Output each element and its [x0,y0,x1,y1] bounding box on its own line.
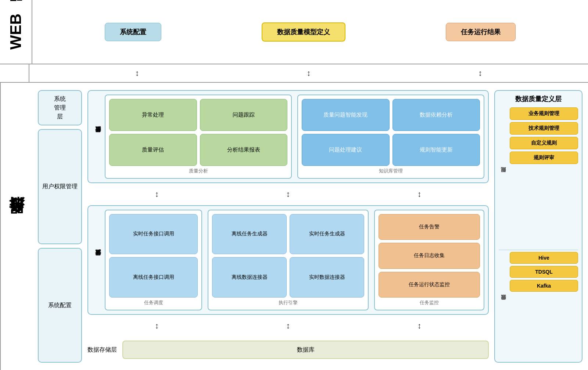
main-container: WEB服务 系统配置 数据质量模型定义 任务运行结果 ↕ ↕ ↕ 后台服务 系统… [0,0,588,370]
layers-area: 数据质量分析层 异常处理 问题跟踪 质量评估 分析结果报表 质量分析 [87,90,489,363]
knowledge-mgmt-subbox: 质量问题智能发现 数据依赖分析 问题处理建议 规则智能更新 知识库管理 [297,95,484,179]
sys-mgmt-title: 系统管理层 [54,96,66,120]
bottom-arrow-row: ↕ ↕ ↕ [87,319,489,333]
web-section: WEB服务 系统配置 数据质量模型定义 任务运行结果 [0,0,588,64]
computation-content: 实时任务接口调用 离线任务接口调用 任务调度 离线任务生成器 实时任务生成器 离… [105,210,484,310]
system-config-box[interactable]: 系统配置 [105,23,161,41]
task-monitor-subbox: 任务告警 任务日志收集 任务运行状态监控 任务监控 [374,210,484,310]
arrow-1: ↕ [135,69,139,77]
backend-section-label: 后台服务 [0,83,32,370]
arrow-row-1: ↕ ↕ ↕ [0,64,588,83]
dq-def-title: 数据质量定义层 [499,95,578,104]
dq-rules-list: 业务规则管理 技术规则管理 自定义规则 规则评审 [510,107,578,245]
arrow-spacer [0,64,29,82]
smart-discovery-cell[interactable]: 质量问题智能发现 [302,99,390,131]
realtime-data-conn-cell[interactable]: 实时数据连接器 [290,257,364,298]
analysis-layer: 数据质量分析层 异常处理 问题跟踪 质量评估 分析结果报表 质量分析 [87,90,489,183]
database-label: 数据库 [297,346,315,354]
task-schedule-grid: 实时任务接口调用 离线任务接口调用 [109,214,198,298]
rules-section-label: 规则配置 [499,107,508,245]
task-monitor-label: 任务监控 [379,299,480,306]
backend-section: 后台服务 系统管理层 用户权限管理 系统配置 数据质量分析层 [0,83,588,370]
arrow-2: ↕ [306,69,311,77]
mid-arrow-1: ↕ [155,190,159,198]
execution-engine-subbox: 离线任务生成器 实时任务生成器 离线数据连接器 实时数据连接器 执行引擎 [208,210,369,310]
task-schedule-label: 任务调度 [109,299,198,306]
exception-handling-cell[interactable]: 异常处理 [109,99,197,131]
issue-tracking-cell[interactable]: 问题跟踪 [200,99,288,131]
web-section-label: WEB服务 [0,0,32,64]
data-quality-model-box[interactable]: 数据质量模型定义 [262,22,345,42]
backend-content: 系统管理层 用户权限管理 系统配置 数据质量分析层 [32,83,588,370]
knowledge-mgmt-grid: 质量问题智能发现 数据依赖分析 问题处理建议 规则智能更新 [302,99,480,166]
sys-config-label: 系统配置 [48,301,72,310]
quality-analysis-label: 质量分析 [109,168,287,174]
task-run-result-box[interactable]: 任务运行结果 [446,23,516,41]
business-rules-item[interactable]: 业务规则管理 [510,107,578,120]
analysis-layer-label: 数据质量分析层 [92,95,105,179]
tech-rules-item[interactable]: 技术规则管理 [510,122,578,135]
mid-arrow-row: ↕ ↕ ↕ [87,187,489,202]
execution-engine-label: 执行引擎 [212,299,364,306]
quality-analysis-subbox: 异常处理 问题跟踪 质量评估 分析结果报表 质量分析 [105,95,292,179]
database-box: 数据库 [122,341,489,359]
mid-arrow-2: ↕ [286,190,290,198]
task-schedule-subbox: 实时任务接口调用 离线任务接口调用 任务调度 [105,210,202,310]
data-dependency-cell[interactable]: 数据依赖分析 [392,99,480,131]
sys-mgmt-col: 系统管理层 用户权限管理 系统配置 [38,90,82,363]
dq-meta-list: Hive TDSQL Kafka [510,252,578,355]
sys-mgmt-title-box: 系统管理层 [38,90,82,125]
arrows-content: ↕ ↕ ↕ [29,64,588,82]
meta-section-label: 元数据管理 [499,252,508,355]
kafka-item[interactable]: Kafka [510,280,578,292]
execution-engine-grid: 离线任务生成器 实时任务生成器 离线数据连接器 实时数据连接器 [212,214,364,298]
analysis-report-cell[interactable]: 分析结果报表 [200,134,288,166]
offline-task-gen-cell[interactable]: 离线任务生成器 [212,214,287,255]
bottom-arrow-1: ↕ [155,322,159,330]
computation-layer-label: 数据质量计算层 [92,210,105,310]
issue-suggestion-cell[interactable]: 问题处理建议 [302,134,390,166]
custom-rules-item[interactable]: 自定义规则 [510,137,578,149]
user-auth-box[interactable]: 用户权限管理 [38,129,82,244]
hive-item[interactable]: Hive [510,252,578,264]
quality-eval-cell[interactable]: 质量评估 [109,134,197,166]
rule-review-item[interactable]: 规则评审 [510,152,578,164]
tdsql-item[interactable]: TDSQL [510,266,578,278]
bottom-arrow-3: ↕ [417,322,422,330]
task-monitor-stack: 任务告警 任务日志收集 任务运行状态监控 [379,214,480,298]
web-content: 系统配置 数据质量模型定义 任务运行结果 [32,0,588,64]
dq-meta-section: 元数据管理 Hive TDSQL Kafka [499,252,578,355]
dq-def-col: 数据质量定义层 规则配置 业务规则管理 技术规则管理 自定义规则 规则评审 元数… [494,90,582,363]
realtime-task-api-cell[interactable]: 实时任务接口调用 [109,214,198,255]
computation-layer: 数据质量计算层 实时任务接口调用 离线任务接口调用 任务调度 [87,205,489,315]
knowledge-mgmt-label: 知识库管理 [302,168,480,174]
mid-arrow-3: ↕ [417,190,422,198]
offline-data-conn-cell[interactable]: 离线数据连接器 [212,257,287,298]
bottom-arrow-2: ↕ [286,322,290,330]
dq-rules-section: 规则配置 业务规则管理 技术规则管理 自定义规则 规则评审 [499,107,578,245]
rule-smart-update-cell[interactable]: 规则智能更新 [392,134,480,166]
sys-config-box[interactable]: 系统配置 [38,248,82,363]
quality-analysis-grid: 异常处理 问题跟踪 质量评估 分析结果报表 [109,99,287,166]
user-auth-label: 用户权限管理 [42,182,78,191]
task-log-cell[interactable]: 任务日志收集 [379,243,480,268]
task-status-monitor-cell[interactable]: 任务运行状态监控 [379,272,480,298]
realtime-task-gen-cell[interactable]: 实时任务生成器 [290,214,364,255]
storage-layer: 数据存储层 数据库 [87,337,489,363]
dq-divider [499,250,578,250]
task-alert-cell[interactable]: 任务告警 [379,214,480,240]
analysis-content: 异常处理 问题跟踪 质量评估 分析结果报表 质量分析 质量问题智能发现 [105,95,484,179]
offline-task-api-cell[interactable]: 离线任务接口调用 [109,257,198,298]
storage-layer-label: 数据存储层 [87,346,117,354]
arrow-3: ↕ [478,69,482,77]
